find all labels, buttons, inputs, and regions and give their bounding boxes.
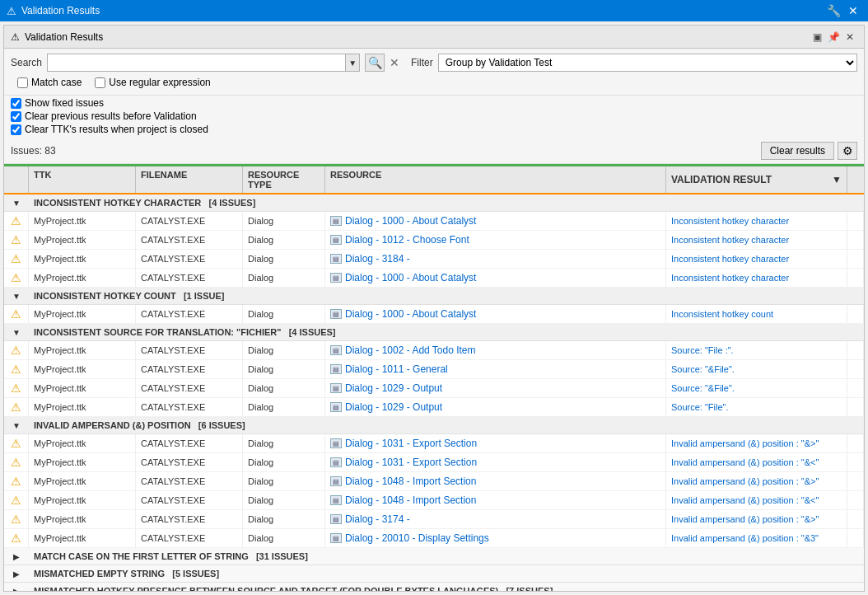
td-end xyxy=(847,212,864,230)
show-fixed-text: Show fixed issues xyxy=(25,97,104,109)
td-restype: Dialog xyxy=(243,305,325,323)
group-label: INVALID AMPERSAND (&) POSITION [6 ISSUES… xyxy=(29,417,864,433)
close-button[interactable]: ✕ xyxy=(845,2,861,19)
data-row[interactable]: ⚠ MyProject.ttk CATALYST.EXE Dialog ▤Dia… xyxy=(4,231,864,250)
group-label: MATCH CASE ON THE FIRST LETTER OF STRING… xyxy=(29,548,864,565)
td-result: Source: "File :". xyxy=(666,341,847,359)
td-resource[interactable]: ▤Dialog - 1031 - Export Section xyxy=(325,434,666,452)
data-row[interactable]: ⚠ MyProject.ttk CATALYST.EXE Dialog ▤Dia… xyxy=(4,305,864,324)
th-icon xyxy=(4,166,29,193)
td-restype: Dialog xyxy=(243,472,325,490)
clear-ttk-checkbox[interactable] xyxy=(11,124,21,135)
data-row[interactable]: ⚠ MyProject.ttk CATALYST.EXE Dialog ▤Dia… xyxy=(4,212,864,231)
search-dropdown-button[interactable]: ▼ xyxy=(345,54,359,71)
data-row[interactable]: ⚠ MyProject.ttk CATALYST.EXE Dialog ▤Dia… xyxy=(4,269,864,288)
td-ttk: MyProject.ttk xyxy=(29,305,136,323)
clear-previous-checkbox[interactable] xyxy=(11,111,21,122)
group-row[interactable]: ▼ INCONSISTENT SOURCE FOR TRANSLATION: "… xyxy=(4,324,864,341)
table-container[interactable]: TTK FILENAME RESOURCE TYPE RESOURCE VALI… xyxy=(4,166,864,591)
data-row[interactable]: ⚠ MyProject.ttk CATALYST.EXE Dialog ▤Dia… xyxy=(4,360,864,379)
data-row[interactable]: ⚠ MyProject.ttk CATALYST.EXE Dialog ▤Dia… xyxy=(4,453,864,472)
td-end xyxy=(847,434,864,452)
td-warn: ⚠ xyxy=(4,434,29,452)
data-row[interactable]: ⚠ MyProject.ttk CATALYST.EXE Dialog ▤Dia… xyxy=(4,398,864,417)
td-resource[interactable]: ▤Dialog - 1002 - Add Todo Item xyxy=(325,341,666,359)
th-filename[interactable]: FILENAME xyxy=(136,166,243,193)
td-restype: Dialog xyxy=(243,453,325,471)
td-result: Source: "File". xyxy=(666,398,847,416)
use-regex-checkbox[interactable] xyxy=(95,77,105,88)
search-input[interactable] xyxy=(48,54,345,71)
td-end xyxy=(847,231,864,249)
td-result: Invalid ampersand (&) position : "&3" xyxy=(666,529,847,547)
td-resource[interactable]: ▤Dialog - 1011 - General xyxy=(325,360,666,378)
group-row[interactable]: ▼ INVALID AMPERSAND (&) POSITION [6 ISSU… xyxy=(4,417,864,434)
data-row[interactable]: ⚠ MyProject.ttk CATALYST.EXE Dialog ▤Dia… xyxy=(4,379,864,398)
td-restype: Dialog xyxy=(243,269,325,287)
td-resource[interactable]: ▤Dialog - 1031 - Export Section xyxy=(325,453,666,471)
th-validation-result[interactable]: VALIDATION RESULT ▼ xyxy=(666,166,847,193)
panel-menu-button[interactable]: ▣ xyxy=(810,30,824,45)
th-resource-type[interactable]: RESOURCE TYPE xyxy=(243,166,325,193)
group-expand-icon: ▼ xyxy=(4,324,29,340)
td-filename: CATALYST.EXE xyxy=(136,305,243,323)
td-filename: CATALYST.EXE xyxy=(136,510,243,528)
data-row[interactable]: ⚠ MyProject.ttk CATALYST.EXE Dialog ▤Dia… xyxy=(4,529,864,548)
data-row[interactable]: ⚠ MyProject.ttk CATALYST.EXE Dialog ▤Dia… xyxy=(4,434,864,453)
td-resource[interactable]: ▤Dialog - 1000 - About Catalyst xyxy=(325,269,666,287)
warning-icon: ⚠ xyxy=(11,307,21,321)
clear-ttk-label[interactable]: Clear TTK's results when project is clos… xyxy=(11,124,857,135)
search-clear-button[interactable]: ✕ xyxy=(390,56,399,69)
group-row[interactable]: ▼ INCONSISTENT HOTKEY COUNT [1 ISSUE] xyxy=(4,288,864,305)
search-go-button[interactable]: 🔍 xyxy=(365,54,385,72)
warning-icon: ⚠ xyxy=(11,494,21,507)
td-ttk: MyProject.ttk xyxy=(29,341,136,359)
td-warn: ⚠ xyxy=(4,529,29,547)
th-ttk[interactable]: TTK xyxy=(29,166,136,193)
collapsed-group-row[interactable]: ▶ MISMATCHED HOTKEY PRESENCE BETWEEN SOU… xyxy=(4,583,864,591)
clear-previous-label[interactable]: Clear previous results before Validation xyxy=(11,110,857,122)
td-resource[interactable]: ▤Dialog - 1029 - Output xyxy=(325,379,666,397)
td-resource[interactable]: ▤Dialog - 1000 - About Catalyst xyxy=(325,305,666,323)
td-resource[interactable]: ▤Dialog - 1029 - Output xyxy=(325,398,666,416)
td-ttk: MyProject.ttk xyxy=(29,491,136,509)
td-resource[interactable]: ▤Dialog - 1048 - Import Section xyxy=(325,472,666,490)
filter-select[interactable]: Group by Validation Test Group by File N… xyxy=(438,54,857,72)
title-bar: ⚠ Validation Results 🔧 ✕ xyxy=(0,0,868,21)
collapsed-group-row[interactable]: ▶ MATCH CASE ON THE FIRST LETTER OF STRI… xyxy=(4,548,864,565)
title-bar-controls: 🔧 ✕ xyxy=(825,2,861,19)
td-resource[interactable]: ▤Dialog - 3174 - xyxy=(325,510,666,528)
match-case-checkbox[interactable] xyxy=(17,77,28,88)
group-row[interactable]: ▼ INCONSISTENT HOTKEY CHARACTER [4 ISSUE… xyxy=(4,194,864,212)
show-fixed-checkbox[interactable] xyxy=(11,98,21,109)
data-row[interactable]: ⚠ MyProject.ttk CATALYST.EXE Dialog ▤Dia… xyxy=(4,510,864,529)
clear-results-button[interactable]: Clear results xyxy=(761,142,834,160)
td-warn: ⚠ xyxy=(4,269,29,287)
panel-close-button[interactable]: ✕ xyxy=(842,30,857,45)
td-resource[interactable]: ▤Dialog - 1048 - Import Section xyxy=(325,491,666,509)
td-resource[interactable]: ▤Dialog - 20010 - Display Settings xyxy=(325,529,666,547)
pin-button[interactable]: 🔧 xyxy=(825,2,842,19)
td-resource[interactable]: ▤Dialog - 1000 - About Catalyst xyxy=(325,212,666,230)
match-case-checkbox-label[interactable]: Match case xyxy=(17,77,82,88)
td-ttk: MyProject.ttk xyxy=(29,434,136,452)
gear-button[interactable]: ⚙ xyxy=(838,142,857,160)
td-end xyxy=(847,510,864,528)
collapsed-group-row[interactable]: ▶ MISMATCHED EMPTY STRING [5 ISSUES] xyxy=(4,565,864,583)
data-row[interactable]: ⚠ MyProject.ttk CATALYST.EXE Dialog ▤Dia… xyxy=(4,341,864,360)
use-regex-checkbox-label[interactable]: Use regular expression xyxy=(95,77,210,88)
data-row[interactable]: ⚠ MyProject.ttk CATALYST.EXE Dialog ▤Dia… xyxy=(4,491,864,510)
data-row[interactable]: ⚠ MyProject.ttk CATALYST.EXE Dialog ▤Dia… xyxy=(4,250,864,269)
td-resource[interactable]: ▤Dialog - 1012 - Choose Font xyxy=(325,231,666,249)
warning-icon: ⚠ xyxy=(11,401,21,414)
td-result: Invalid ampersand (&) position : "&>" xyxy=(666,510,847,528)
td-resource[interactable]: ▤Dialog - 3184 - xyxy=(325,250,666,268)
use-regex-label: Use regular expression xyxy=(109,77,210,88)
data-row[interactable]: ⚠ MyProject.ttk CATALYST.EXE Dialog ▤Dia… xyxy=(4,472,864,491)
sort-icon: ▼ xyxy=(832,174,842,185)
panel: ⚠ Validation Results ▣ 📌 ✕ Search ▼ 🔍 ✕ … xyxy=(3,25,865,592)
panel-pin-button[interactable]: 📌 xyxy=(826,30,841,45)
th-resource[interactable]: RESOURCE xyxy=(325,166,666,193)
show-fixed-label[interactable]: Show fixed issues xyxy=(11,97,857,109)
td-filename: CATALYST.EXE xyxy=(136,453,243,471)
